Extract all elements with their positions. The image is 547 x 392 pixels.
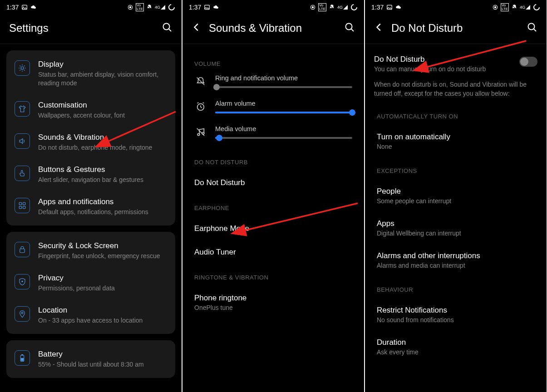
earphone-item[interactable]: Earphone Mode [192, 217, 355, 240]
signal-icon: 4G [155, 5, 166, 10]
dnd-content: Do Not Disturb You can manually turn on … [365, 44, 547, 392]
item-title: Apps [377, 219, 535, 228]
svg-rect-20 [23, 202, 25, 205]
item-sub: Status bar, ambient display, vision comf… [38, 70, 167, 88]
media-slider[interactable] [215, 137, 352, 139]
item-sub: No sound from notifications [377, 316, 535, 323]
svg-rect-21 [19, 206, 21, 208]
section-header-auto: AUTOMATICALLY TURN ON [374, 103, 537, 125]
svg-line-42 [197, 103, 199, 103]
auto-turn-on-item[interactable]: Turn on automaticallyNone [374, 125, 537, 157]
item-title: Restrict Notifications [377, 306, 535, 315]
item-title: Location [38, 305, 167, 315]
svg-point-25 [21, 312, 23, 314]
svg-line-18 [24, 66, 25, 66]
search-button[interactable] [527, 22, 537, 34]
battery-spinner-icon [533, 4, 540, 11]
dnd-toggle-row: Do Not Disturb You can manually turn on … [374, 50, 537, 76]
svg-point-54 [528, 24, 535, 30]
svg-point-3 [23, 6, 24, 7]
restrict-item[interactable]: Restrict NotificationsNo sound from noti… [374, 299, 537, 331]
apps-icon [15, 198, 30, 213]
settings-item-display[interactable]: DisplayStatus bar, ambient display, visi… [6, 53, 175, 94]
battery-spinner-icon [350, 4, 358, 11]
cast-icon [492, 4, 498, 10]
dnd-description: When do not disturb is on, Sound and Vib… [374, 76, 537, 103]
svg-point-36 [346, 24, 352, 30]
cloud-icon [213, 4, 219, 10]
settings-item-buttons[interactable]: Buttons & GesturesAlert slider, navigati… [6, 158, 175, 191]
app-bar: Do Not Disturb [365, 15, 547, 44]
svg-line-41 [201, 107, 202, 108]
section-header-earphone: EARPHONE [192, 195, 355, 217]
item-sub: Fingerprint, face unlock, emergency resc… [38, 252, 167, 260]
item-sub: On - 33 apps have access to location [38, 316, 167, 325]
settings-item-privacy[interactable]: PrivacyPermissions, personal data [6, 267, 175, 299]
svg-rect-19 [19, 202, 21, 205]
shirt-icon [15, 101, 30, 117]
svg-rect-28 [21, 358, 24, 361]
signal-icon: 4G [520, 5, 531, 10]
status-time: 1:37 [6, 4, 19, 11]
item-title: Audio Tuner [194, 248, 352, 257]
dnd-item[interactable]: Do Not Disturb [192, 171, 355, 195]
dnd-main-title: Do Not Disturb [374, 55, 514, 64]
back-button[interactable] [192, 22, 202, 34]
item-title: Display [38, 59, 167, 69]
item-title: Turn on automatically [377, 132, 535, 142]
svg-line-16 [24, 70, 25, 70]
svg-point-8 [163, 24, 170, 30]
search-button[interactable] [344, 22, 355, 34]
dnd-toggle[interactable] [519, 57, 537, 67]
item-title: Privacy [38, 273, 167, 283]
settings-item-apps[interactable]: Apps and notificationsDefault apps, noti… [6, 191, 175, 223]
ring-slider[interactable] [215, 86, 352, 88]
settings-item-customisation[interactable]: CustomisationWallpapers, accent colour, … [6, 94, 175, 126]
settings-item-battery[interactable]: Battery55% - Should last until about 8:3… [6, 343, 175, 375]
image-icon [21, 4, 28, 10]
volume-icon [15, 133, 30, 149]
duration-item[interactable]: DurationAsk every time [374, 331, 537, 363]
screen-sounds: 1:37 VoLTE 4G Sounds & Vibration VOLUME … [182, 0, 364, 392]
alarm-slider[interactable] [215, 112, 352, 113]
item-sub: 55% - Should last until about 8:30 am [38, 360, 167, 369]
item-sub: Permissions, personal data [38, 284, 167, 293]
settings-item-security[interactable]: Security & Lock ScreenFingerprint, face … [6, 235, 175, 267]
pin-icon [15, 306, 30, 322]
audio-tuner-item[interactable]: Audio Tuner [192, 240, 355, 264]
shield-icon [15, 274, 30, 289]
section-header-volume: VOLUME [192, 50, 355, 73]
svg-rect-22 [23, 206, 25, 208]
svg-rect-27 [22, 354, 23, 355]
mute-icon [329, 4, 335, 10]
apps-item[interactable]: AppsDigital Wellbeing can interrupt [374, 212, 537, 244]
svg-point-7 [169, 5, 174, 10]
dnd-main-sub: You can manually turn on do not disturb [374, 65, 514, 73]
item-sub: Ask every time [377, 348, 535, 356]
status-time: 1:37 [189, 4, 201, 11]
settings-item-location[interactable]: LocationOn - 33 apps have access to loca… [6, 299, 175, 331]
page-title: Settings [9, 22, 154, 34]
alarms-item[interactable]: Alarms and other interruptionsAlarms and… [374, 244, 537, 276]
back-button[interactable] [374, 22, 384, 34]
item-title: Phone ringtone [194, 294, 352, 303]
item-sub: Alert slider, navigation bar & gestures [38, 176, 167, 184]
item-title: Earphone Mode [194, 224, 352, 233]
svg-line-15 [20, 66, 20, 66]
volume-alarm: Alarm volume [192, 98, 355, 123]
item-sub: Digital Wellbeing can interrupt [377, 230, 535, 237]
item-title: Duration [377, 338, 535, 347]
app-bar: Settings [0, 15, 182, 44]
item-sub: None [377, 143, 535, 150]
item-title: People [377, 187, 535, 196]
screen-settings: 1:37 VoLTE 4G Settings DisplayStatus bar… [0, 0, 182, 392]
app-bar: Sounds & Vibration [182, 15, 364, 44]
section-header-dnd: DO NOT DISTURB [192, 149, 355, 171]
search-button[interactable] [162, 22, 172, 34]
ringtone-item[interactable]: Phone ringtoneOnePlus tune [192, 286, 355, 318]
section-header-ringtone: RINGTONE & VIBRATION [192, 264, 355, 286]
svg-point-33 [312, 6, 314, 8]
settings-card: Security & Lock ScreenFingerprint, face … [6, 232, 175, 334]
settings-item-sounds[interactable]: Sounds & VibrationDo not disturb, earpho… [6, 126, 175, 158]
people-item[interactable]: PeopleSome people can interrupt [374, 180, 537, 212]
